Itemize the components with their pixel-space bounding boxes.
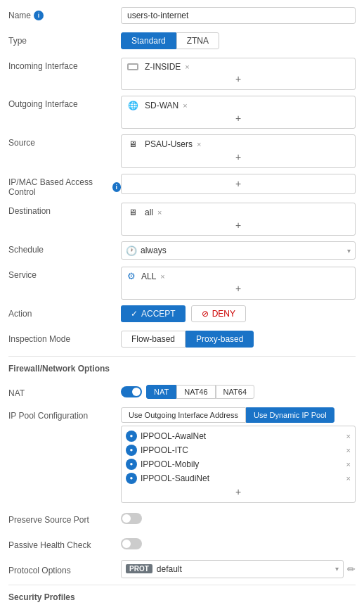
source-box: 🖥 PSAU-Users × +	[121, 134, 356, 168]
name-info-icon[interactable]: i	[34, 11, 44, 20]
protocol-options-label: Protocol Options	[8, 562, 121, 575]
incoming-interface-box: Z-INSIDE × +	[121, 58, 356, 90]
service-icon: ⚙	[127, 271, 136, 281]
source-label: Source	[8, 134, 121, 148]
nat-nat-button[interactable]: NAT	[146, 385, 176, 399]
preserve-source-port-label: Preserve Source Port	[8, 511, 121, 525]
pool-remove-2[interactable]: ×	[346, 446, 351, 454]
nat-nat46-button[interactable]: NAT46	[176, 385, 215, 399]
type-standard-button[interactable]: Standard	[121, 32, 176, 49]
pool-remove-3[interactable]: ×	[346, 460, 351, 469]
source-tag: 🖥 PSAU-Users ×	[127, 139, 201, 150]
pool-config-label: IP Pool Configuration	[8, 407, 121, 421]
service-remove-icon[interactable]: ×	[160, 272, 164, 281]
ipmac-label: IP/MAC Based Access Control i	[8, 174, 121, 197]
nat-toggle[interactable]	[121, 386, 142, 397]
interface-icon	[127, 63, 138, 70]
inspection-flow-button[interactable]: Flow-based	[121, 331, 186, 348]
service-label: Service	[8, 267, 121, 280]
security-section-title: Security Profiles	[8, 592, 356, 605]
pool-icon-3: ●	[126, 459, 137, 470]
checkmark-icon: ✓	[131, 309, 138, 319]
name-label: Name i	[8, 7, 121, 20]
type-buttons: Standard ZTNA	[121, 32, 356, 49]
inspection-buttons: Flow-based Proxy-based	[121, 331, 356, 348]
name-field-container	[121, 7, 356, 24]
passive-health-check-label: Passive Health Check	[8, 537, 121, 550]
pool-add-button[interactable]: +	[126, 485, 351, 499]
block-icon: ⊘	[202, 309, 209, 319]
service-add-button[interactable]: +	[126, 282, 351, 296]
incoming-interface-label: Incoming Interface	[8, 58, 121, 71]
destination-tag: 🖥 all ×	[127, 207, 162, 218]
pool-item: ● IPPOOL-SaudiNet ×	[126, 471, 351, 485]
schedule-value: always	[141, 246, 167, 255]
action-buttons: ✓ ACCEPT ⊘ DENY	[121, 305, 356, 322]
incoming-add-button[interactable]: +	[126, 72, 351, 87]
destination-box: 🖥 all × +	[121, 203, 356, 236]
pool-dynamic-button[interactable]: Use Dynamic IP Pool	[246, 407, 334, 423]
service-box: ⚙ ALL × +	[121, 267, 356, 300]
protocol-dropdown-icon: ▾	[335, 565, 339, 573]
ipmac-box: +	[121, 174, 356, 195]
incoming-remove-icon[interactable]: ×	[185, 63, 189, 71]
pool-item: ● IPPOOL-Mobily ×	[126, 457, 351, 471]
incoming-tag: Z-INSIDE ×	[127, 62, 190, 72]
prot-badge: PROT	[126, 564, 152, 573]
preserve-source-port-toggle[interactable]	[121, 513, 142, 524]
ipmac-add-button[interactable]: +	[126, 177, 351, 191]
protocol-edit-icon[interactable]: ✏	[347, 563, 356, 575]
protocol-value: default	[157, 564, 182, 574]
protocol-select-container: PROT default ▾ ✏	[121, 560, 356, 578]
inspection-mode-label: Inspection Mode	[8, 331, 121, 344]
pool-outgoing-button[interactable]: Use Outgoing Interface Address	[121, 407, 246, 423]
globe-icon: 🌐	[127, 100, 138, 111]
source-add-button[interactable]: +	[126, 151, 351, 165]
schedule-select[interactable]: 🕐 always ▾	[121, 241, 356, 260]
deny-button[interactable]: ⊘ DENY	[191, 305, 246, 322]
pool-icon-2: ●	[126, 445, 137, 456]
action-label: Action	[8, 305, 121, 319]
nat-controls: NAT NAT46 NAT64	[121, 385, 356, 399]
inspection-proxy-button[interactable]: Proxy-based	[186, 331, 254, 348]
destination-add-button[interactable]: +	[126, 219, 351, 233]
source-remove-icon[interactable]: ×	[197, 140, 201, 148]
nat-nat64-button[interactable]: NAT64	[216, 385, 254, 399]
firewall-section-title: Firewall/Network Options	[8, 364, 356, 376]
accept-button[interactable]: ✓ ACCEPT	[121, 305, 186, 322]
schedule-label: Schedule	[8, 241, 121, 255]
pool-item: ● IPPOOL-ITC ×	[126, 443, 351, 457]
protocol-select[interactable]: PROT default ▾	[121, 560, 344, 578]
destination-label: Destination	[8, 203, 121, 216]
service-tag: ⚙ ALL ×	[127, 271, 165, 281]
destination-remove-icon[interactable]: ×	[157, 208, 162, 217]
ipmac-info-icon[interactable]: i	[112, 182, 121, 192]
type-label: Type	[8, 32, 121, 46]
pool-remove-1[interactable]: ×	[346, 432, 351, 440]
outgoing-tag: 🌐 SD-WAN ×	[127, 100, 188, 111]
schedule-icon: 🕐	[126, 246, 137, 256]
pool-list: ● IPPOOL-AwalNet × ● IPPOOL-ITC × ● IPPO…	[121, 426, 356, 503]
schedule-dropdown-icon: ▾	[347, 247, 351, 255]
destination-icon: 🖥	[127, 207, 138, 218]
pool-remove-4[interactable]: ×	[346, 474, 351, 483]
outgoing-interface-label: Outgoing Interface	[8, 96, 121, 109]
outgoing-add-button[interactable]: +	[126, 112, 351, 126]
pool-icon-4: ●	[126, 473, 137, 484]
pool-item: ● IPPOOL-AwalNet ×	[126, 429, 351, 443]
passive-health-check-toggle[interactable]	[121, 538, 142, 549]
passive-health-check-toggle-container	[121, 538, 356, 549]
name-input[interactable]	[121, 7, 356, 24]
monitor-icon: 🖥	[127, 139, 138, 150]
pool-config-area: Use Outgoing Interface Address Use Dynam…	[121, 407, 356, 503]
type-ztna-button[interactable]: ZTNA	[176, 32, 219, 49]
preserve-source-port-toggle-container	[121, 513, 356, 524]
nat-label: NAT	[8, 385, 121, 398]
outgoing-interface-box: 🌐 SD-WAN × +	[121, 96, 356, 129]
pool-icon-1: ●	[126, 431, 137, 442]
outgoing-remove-icon[interactable]: ×	[183, 101, 187, 110]
